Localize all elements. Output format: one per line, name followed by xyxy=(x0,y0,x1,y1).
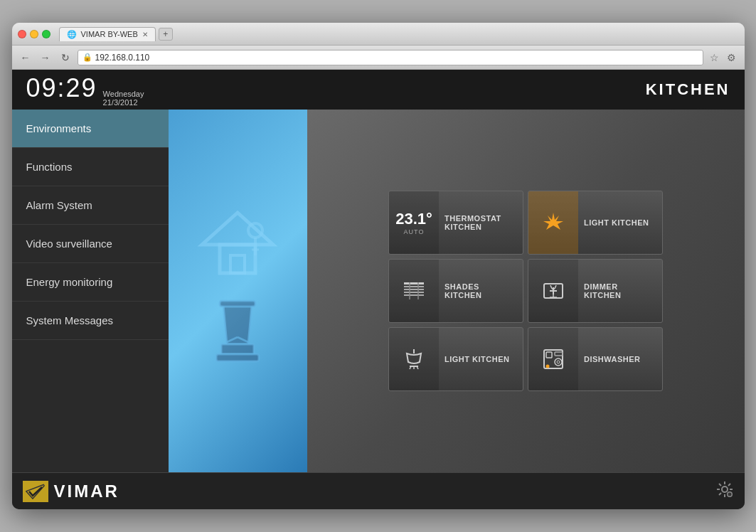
active-tab[interactable]: 🌐 VIMAR BY-WEB ✕ xyxy=(59,27,156,41)
light-kitchen-2-label-area: LIGHT KITCHEN xyxy=(439,355,523,363)
maximize-button[interactable] xyxy=(42,30,50,38)
vimar-checkmark-icon xyxy=(26,484,46,499)
svg-line-45 xyxy=(719,493,721,495)
tab-close-button[interactable]: ✕ xyxy=(142,31,148,38)
svg-point-37 xyxy=(722,486,728,492)
gear-icon xyxy=(715,480,734,499)
time-display: 09:29 xyxy=(26,73,97,103)
vimar-text: VIMAR xyxy=(54,482,119,501)
room-title: KITCHEN xyxy=(646,80,730,99)
refresh-button[interactable]: ↻ xyxy=(58,50,73,65)
shades-label: SHADES KITCHEN xyxy=(444,282,517,299)
svg-rect-13 xyxy=(404,286,424,287)
light-ceiling-icon-area xyxy=(389,328,439,390)
light-kitchen-1-label: LIGHT KITCHEN xyxy=(584,218,656,227)
light-kitchen-1-tile[interactable]: LIGHT KITCHEN xyxy=(528,191,663,255)
http-icon: 🔒 xyxy=(82,53,92,62)
svg-marker-11 xyxy=(543,213,563,230)
dishwasher-label-area: DISHWASHER xyxy=(578,355,662,363)
svg-rect-6 xyxy=(220,301,255,307)
vimar-badge-icon xyxy=(23,481,48,502)
light-kitchen-1-label-area: LIGHT KITCHEN xyxy=(578,218,662,227)
dishwasher-icon-area xyxy=(528,328,578,390)
dimmer-label-area: DIMMER KITCHEN xyxy=(578,282,662,299)
blender-icon xyxy=(191,284,284,376)
svg-rect-31 xyxy=(555,352,563,356)
light-kitchen-2-label: LIGHT KITCHEN xyxy=(444,355,517,363)
sidebar-item-alarm[interactable]: Alarm System xyxy=(12,186,169,225)
shades-icon-area xyxy=(389,260,439,322)
thermostat-icon-area: 23.1° AUTO xyxy=(389,191,439,254)
dimmer-tile[interactable]: DIMMER KITCHEN xyxy=(528,259,663,323)
house-icon xyxy=(195,206,280,277)
thermostat-tile[interactable]: 23.1° AUTO THERMOSTAT KITCHEN xyxy=(388,191,523,255)
svg-point-32 xyxy=(555,358,562,366)
svg-point-47 xyxy=(728,493,731,496)
tab-favicon: 🌐 xyxy=(67,30,77,39)
svg-rect-12 xyxy=(404,282,424,284)
sidebar: Environments Functions Alarm System Vide… xyxy=(12,110,169,472)
thermostat-label: THERMOSTAT KITCHEN xyxy=(444,214,517,231)
sidebar-item-functions[interactable]: Functions xyxy=(12,148,169,186)
forward-button[interactable]: → xyxy=(38,50,53,65)
temperature-value: 23.1° xyxy=(395,210,432,228)
close-button[interactable] xyxy=(18,30,26,38)
date-text: 21/3/2012 xyxy=(103,98,144,107)
dimmer-label: DIMMER KITCHEN xyxy=(584,282,656,299)
vimar-logo: VIMAR xyxy=(23,481,119,502)
tab-bar: 🌐 VIMAR BY-WEB ✕ + xyxy=(59,27,739,41)
app-container: 09:29 Wednesday 21/3/2012 KITCHEN Enviro… xyxy=(12,70,745,509)
settings-icon[interactable]: ⚙ xyxy=(725,50,739,65)
footer-bar: VIMAR xyxy=(12,472,745,509)
shades-tile[interactable]: SHADES KITCHEN xyxy=(388,259,523,323)
svg-rect-2 xyxy=(230,255,245,273)
ceiling-light-icon xyxy=(401,346,427,372)
svg-point-34 xyxy=(546,365,550,368)
thermostat-label-area: THERMOSTAT KITCHEN xyxy=(439,214,523,231)
date-display: Wednesday 21/3/2012 xyxy=(103,90,144,107)
traffic-lights xyxy=(18,30,50,38)
dimmer-icon-area xyxy=(528,260,578,322)
hero-illustration xyxy=(169,110,307,472)
bookmark-icon[interactable]: ☆ xyxy=(708,50,722,65)
browser-titlebar: 🌐 VIMAR BY-WEB ✕ + xyxy=(12,23,745,46)
thermostat-mode: AUTO xyxy=(404,228,425,235)
dashboard-area: 23.1° AUTO THERMOSTAT KITCHEN xyxy=(307,110,745,472)
svg-line-42 xyxy=(719,484,721,486)
svg-rect-8 xyxy=(216,354,259,361)
minimize-button[interactable] xyxy=(30,30,38,38)
settings-gear-icon[interactable] xyxy=(715,480,734,502)
main-content: Environments Functions Alarm System Vide… xyxy=(12,110,745,472)
light-icon-area xyxy=(528,191,578,254)
toolbar-icons: ☆ ⚙ xyxy=(708,50,739,65)
url-text: 192.168.0.110 xyxy=(95,53,698,63)
shades-icon xyxy=(401,278,427,304)
shades-label-area: SHADES KITCHEN xyxy=(439,282,523,299)
svg-rect-16 xyxy=(404,294,424,296)
tab-title: VIMAR BY-WEB xyxy=(81,30,138,38)
new-tab-button[interactable]: + xyxy=(159,28,173,41)
browser-window: 🌐 VIMAR BY-WEB ✕ + ← → ↻ 🔒 192.168.0.110… xyxy=(12,23,745,509)
sidebar-item-messages[interactable]: System Messages xyxy=(12,302,169,340)
light-kitchen-2-tile[interactable]: LIGHT KITCHEN xyxy=(388,327,523,391)
header-bar: 09:29 Wednesday 21/3/2012 KITCHEN xyxy=(12,70,745,110)
browser-toolbar: ← → ↻ 🔒 192.168.0.110 ☆ ⚙ xyxy=(12,46,745,70)
hero-area xyxy=(169,110,307,472)
svg-rect-15 xyxy=(404,292,424,293)
dishwasher-tile[interactable]: DISHWASHER xyxy=(528,327,663,391)
tile-grid: 23.1° AUTO THERMOSTAT KITCHEN xyxy=(388,191,663,391)
svg-rect-14 xyxy=(404,289,424,290)
back-button[interactable]: ← xyxy=(18,50,33,65)
sidebar-item-video[interactable]: Video surveillance xyxy=(12,225,169,263)
dishwasher-label: DISHWASHER xyxy=(584,355,656,363)
svg-line-44 xyxy=(728,484,730,486)
sidebar-item-environments[interactable]: Environments xyxy=(12,110,169,148)
header-time-section: 09:29 Wednesday 21/3/2012 xyxy=(26,73,144,107)
svg-rect-1 xyxy=(220,245,255,273)
address-bar[interactable]: 🔒 192.168.0.110 xyxy=(78,50,703,65)
dishwasher-icon xyxy=(541,346,566,372)
svg-point-33 xyxy=(557,361,560,363)
sidebar-item-energy[interactable]: Energy monitoring xyxy=(12,263,169,302)
svg-rect-7 xyxy=(221,344,254,354)
dimmer-icon xyxy=(541,278,566,304)
